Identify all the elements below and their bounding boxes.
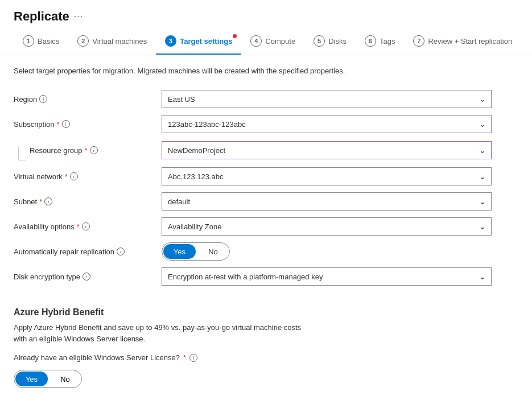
- auto-repair-info-icon[interactable]: i: [117, 248, 125, 255]
- region-input-col: East US: [162, 90, 492, 108]
- auto-repair-no-button[interactable]: No: [197, 243, 229, 260]
- availability-options-dropdown[interactable]: Availability Zone: [162, 217, 492, 236]
- auto-repair-label: Automatically repair replication i: [14, 248, 162, 256]
- hybrid-benefit-no-button[interactable]: No: [49, 370, 81, 387]
- wizard-step-target-settings[interactable]: 3 Target settings: [156, 28, 241, 55]
- ellipsis-icon[interactable]: ···: [74, 11, 83, 22]
- region-label: Region i: [14, 95, 162, 104]
- step-label-compute: Compute: [265, 37, 295, 46]
- hybrid-benefit-toggle[interactable]: Yes No: [14, 370, 82, 388]
- resource-group-label: Resource group * i: [14, 140, 162, 160]
- availability-options-input-col: Availability Zone: [162, 217, 492, 236]
- disk-encryption-row: Disk encryption type i Encryption at-res…: [14, 264, 518, 289]
- wizard-step-compute[interactable]: 4 Compute: [241, 28, 304, 55]
- resource-group-dropdown[interactable]: NewDemoProject: [162, 141, 492, 159]
- subscription-label: Subscription * i: [14, 120, 162, 129]
- virtual-network-dropdown[interactable]: Abc.123.123.abc: [162, 167, 492, 185]
- subscription-info-icon[interactable]: i: [62, 120, 70, 128]
- hybrid-benefit-question-row: Already have an eligible Windows Server …: [14, 353, 518, 362]
- subscription-required: *: [57, 120, 60, 129]
- resource-group-required: *: [85, 146, 88, 155]
- subscription-dropdown[interactable]: 123abc-123abc-123abc: [162, 115, 492, 133]
- disk-encryption-info-icon[interactable]: i: [83, 273, 90, 280]
- disk-encryption-input-col: Encryption at-rest with a platform-manag…: [162, 267, 492, 286]
- subnet-dropdown-wrapper: default: [162, 192, 492, 211]
- disk-encryption-label: Disk encryption type i: [14, 273, 162, 281]
- subnet-input-col: default: [162, 192, 492, 211]
- step-circle-tags: 6: [365, 35, 376, 47]
- availability-options-dropdown-wrapper: Availability Zone: [162, 217, 492, 236]
- virtual-network-row: Virtual network * i Abc.123.123.abc: [14, 164, 518, 189]
- step-label-target-settings: Target settings: [180, 37, 232, 46]
- hybrid-benefit-info-icon[interactable]: i: [189, 354, 197, 362]
- subnet-dropdown[interactable]: default: [162, 192, 492, 211]
- page-description: Select target properties for migration. …: [14, 67, 518, 75]
- disk-encryption-dropdown[interactable]: Encryption at-rest with a platform-manag…: [162, 267, 492, 286]
- step-circle-compute: 4: [250, 35, 262, 47]
- step-circle-virtual-machines: 2: [77, 35, 89, 47]
- step-dot-target-settings: [233, 34, 237, 38]
- step-label-virtual-machines: Virtual machines: [92, 37, 147, 46]
- resource-group-info-icon[interactable]: i: [90, 146, 98, 154]
- hybrid-benefit-yes-button[interactable]: Yes: [15, 372, 48, 386]
- availability-options-row: Availability options * i Availability Zo…: [14, 214, 518, 239]
- subnet-row: Subnet * i default: [14, 189, 518, 214]
- page-title: Replicate: [14, 9, 69, 24]
- resource-group-dropdown-wrapper: NewDemoProject: [162, 141, 492, 159]
- availability-options-info-icon[interactable]: i: [82, 222, 90, 230]
- hybrid-benefit-required: *: [183, 353, 186, 362]
- virtual-network-label: Virtual network * i: [14, 172, 162, 181]
- virtual-network-dropdown-wrapper: Abc.123.123.abc: [162, 167, 492, 185]
- auto-repair-toggle[interactable]: Yes No: [162, 242, 230, 261]
- availability-options-label: Availability options * i: [14, 222, 162, 231]
- region-info-icon[interactable]: i: [39, 95, 47, 103]
- auto-repair-input-col: Yes No: [162, 242, 492, 261]
- availability-options-required: *: [77, 222, 80, 231]
- auto-repair-row: Automatically repair replication i Yes N…: [14, 239, 518, 264]
- subnet-required: *: [39, 197, 42, 206]
- wizard-step-disks[interactable]: 5 Disks: [304, 28, 356, 55]
- wizard-step-virtual-machines[interactable]: 2 Virtual machines: [68, 28, 156, 55]
- step-label-review: Review + Start replication: [428, 37, 512, 46]
- subscription-dropdown-wrapper: 123abc-123abc-123abc: [162, 115, 492, 133]
- wizard-steps: 1 Basics 2 Virtual machines 3 Target set…: [0, 28, 532, 55]
- form-section: Region i East US Subscription * i: [14, 86, 518, 289]
- virtual-network-input-col: Abc.123.123.abc: [162, 167, 492, 185]
- wizard-step-review[interactable]: 7 Review + Start replication: [404, 28, 521, 55]
- hybrid-benefit-description: Apply Azure Hybrid Benefit and save up t…: [14, 322, 518, 344]
- subscription-input-col: 123abc-123abc-123abc: [162, 115, 492, 133]
- subnet-label: Subnet * i: [14, 197, 162, 206]
- step-circle-review: 7: [413, 35, 424, 47]
- subscription-row: Subscription * i 123abc-123abc-123abc: [14, 112, 518, 137]
- step-label-basics: Basics: [38, 37, 59, 46]
- auto-repair-yes-button[interactable]: Yes: [163, 244, 196, 259]
- hybrid-benefit-section: Azure Hybrid Benefit Apply Azure Hybrid …: [14, 303, 518, 388]
- resource-group-input-col: NewDemoProject: [162, 141, 492, 159]
- region-dropdown[interactable]: East US: [162, 90, 492, 108]
- step-circle-target-settings: 3: [165, 35, 176, 47]
- region-dropdown-wrapper: East US: [162, 90, 492, 108]
- step-label-tags: Tags: [380, 37, 395, 46]
- region-row: Region i East US: [14, 86, 518, 112]
- wizard-step-tags[interactable]: 6 Tags: [356, 28, 404, 55]
- subnet-info-icon[interactable]: i: [44, 197, 52, 205]
- wizard-step-basics[interactable]: 1 Basics: [14, 28, 68, 55]
- disk-encryption-dropdown-wrapper: Encryption at-rest with a platform-manag…: [162, 267, 492, 286]
- step-label-disks: Disks: [328, 37, 347, 46]
- virtual-network-info-icon[interactable]: i: [70, 172, 78, 180]
- step-circle-basics: 1: [23, 35, 34, 47]
- virtual-network-required: *: [65, 172, 68, 181]
- step-circle-disks: 5: [314, 35, 325, 47]
- resource-group-row: Resource group * i NewDemoProject: [14, 137, 518, 164]
- hybrid-benefit-title: Azure Hybrid Benefit: [14, 307, 518, 317]
